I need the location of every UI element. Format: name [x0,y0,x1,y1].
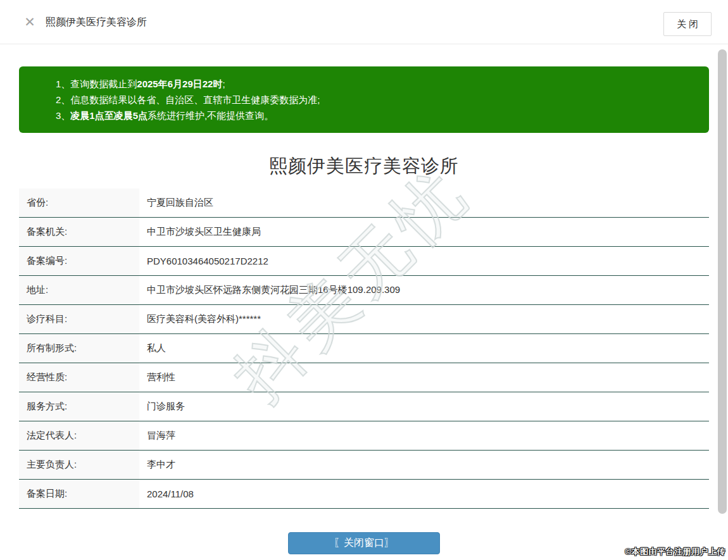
info-table: 省份:宁夏回族自治区备案机关:中卫市沙坡头区卫生健康局备案编号:PDY60103… [19,189,709,509]
table-row: 省份:宁夏回族自治区 [19,189,709,218]
table-row: 地址:中卫市沙坡头区怀远路东侧黄河花园三期16号楼109.209.309 [19,276,709,305]
field-value: 李中才 [139,451,709,479]
field-value: 中卫市沙坡头区怀远路东侧黄河花园三期16号楼109.209.309 [139,276,709,304]
field-value: 冒海萍 [139,421,709,450]
field-label: 备案机关: [19,218,139,246]
top-bar: ✕ 熙颜伊美医疗美容诊所 关 闭 [0,0,728,44]
field-label: 所有制形式: [19,334,139,363]
table-row: 法定代表人:冒海萍 [19,421,709,451]
field-value: 私人 [139,334,709,363]
field-label: 主要负责人: [19,451,139,479]
table-row: 主要负责人:李中才 [19,451,709,480]
notice-box: 1、查询数据截止到2025年6月29日22时;2、信息数据结果以各省、自治区、直… [19,66,709,133]
field-label: 备案日期: [19,480,139,508]
window-title: 熙颜伊美医疗美容诊所 [46,0,147,44]
notice-item: 2、信息数据结果以各省、自治区、直辖市卫生健康委数据为准; [56,92,696,108]
table-row: 所有制形式:私人 [19,334,709,363]
field-value: 中卫市沙坡头区卫生健康局 [139,218,709,246]
field-value: 营利性 [139,363,709,392]
field-value: PDY60103464050217D2212 [139,247,709,275]
close-button[interactable]: 关 闭 [663,12,712,36]
field-value: 宁夏回族自治区 [139,189,709,217]
table-row: 服务方式:门诊服务 [19,392,709,421]
clinic-name-heading: 熙颜伊美医疗美容诊所 [0,154,728,179]
table-row: 经营性质:营利性 [19,363,709,392]
field-label: 经营性质: [19,363,139,392]
table-row: 备案机关:中卫市沙坡头区卫生健康局 [19,218,709,247]
field-label: 地址: [19,276,139,304]
clinic-record-page: ✕ 熙颜伊美医疗美容诊所 关 闭 1、查询数据截止到2025年6月29日22时;… [0,0,728,560]
field-value: 门诊服务 [139,392,709,421]
table-row: 备案日期:2024/11/08 [19,480,709,509]
field-label: 备案编号: [19,247,139,275]
notice-list: 1、查询数据截止到2025年6月29日22时;2、信息数据结果以各省、自治区、直… [56,76,696,123]
field-label: 法定代表人: [19,421,139,450]
field-label: 省份: [19,189,139,217]
notice-item: 3、凌晨1点至凌晨5点系统进行维护,不能提供查询。 [56,108,696,123]
copyright-text: ©本图由平台注册用户上传 [625,546,725,557]
field-value: 2024/11/08 [139,480,709,508]
scrollbar-thumb[interactable] [718,49,727,514]
close-window-button[interactable]: 〖关闭窗口〗 [288,532,440,554]
close-x-icon[interactable]: ✕ [23,15,37,29]
table-row: 诊疗科目:医疗美容科(美容外科)****** [19,305,709,334]
notice-item: 1、查询数据截止到2025年6月29日22时; [56,76,696,92]
field-label: 服务方式: [19,392,139,421]
table-row: 备案编号:PDY60103464050217D2212 [19,247,709,276]
field-value: 医疗美容科(美容外科)****** [139,305,709,333]
field-label: 诊疗科目: [19,305,139,333]
